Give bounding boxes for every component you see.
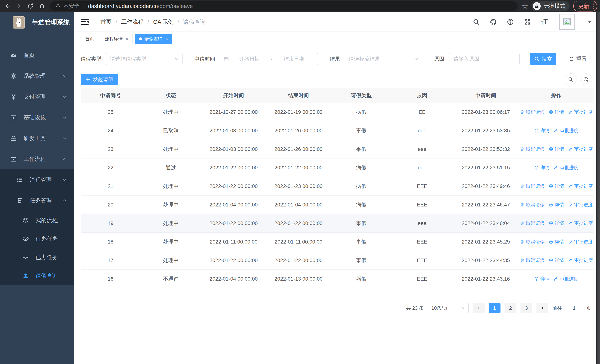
action-detail-link[interactable]: 详情 [534,276,550,282]
breadcrumb-item[interactable]: OA 示例 [153,18,174,26]
action-detail-link[interactable]: 详情 [534,128,550,134]
action-cancel-link[interactable]: 取消请假 [520,220,544,226]
progress-icon [568,202,573,207]
sidebar-item-done-task[interactable]: 已办任务 [0,248,74,267]
tab-process-detail[interactable]: 流程详情× [101,34,132,44]
header-icons: TT [472,14,592,30]
progress-icon [554,165,558,170]
sidebar-item-my-process[interactable]: 我的流程 [0,211,74,229]
action-progress-link[interactable]: 审批进度 [568,109,593,115]
cell-end: 2022-01-23 00:00:00 [266,177,331,196]
action-cancel-link[interactable]: 取消请假 [520,202,544,208]
collapse-sidebar-icon[interactable] [81,18,89,26]
action-cancel-link[interactable]: 取消请假 [520,183,544,189]
action-detail-link[interactable]: 详情 [549,183,564,189]
sidebar-item-payment[interactable]: 支付管理 [0,86,74,107]
next-page-button[interactable] [536,303,548,313]
page-button-1[interactable]: 1 [489,303,500,313]
action-progress-link[interactable]: 审批进度 [554,165,578,171]
cell-id: 19 [81,214,141,233]
action-progress-link[interactable]: 审批进度 [554,128,578,134]
sidebar-item-system[interactable]: 系统管理 [0,65,74,86]
app-header: 首页/工作流程/OA 示例/请假查询 TT [74,12,600,31]
action-cancel-link[interactable]: 取消请假 [520,146,544,152]
avatar-dropdown-caret-icon[interactable] [588,20,592,23]
breadcrumb-item[interactable]: 工作流程 [121,18,143,26]
leave-type-select[interactable]: 请选择请假类型 [106,53,183,65]
github-icon[interactable] [489,18,497,26]
window-scrollbar[interactable] [596,12,600,364]
search-icon[interactable] [472,18,480,26]
action-cancel-link[interactable]: 取消请假 [520,239,544,245]
sidebar-item-todo-task[interactable]: 待办任务 [0,229,74,248]
action-cancel-link[interactable]: 取消请假 [520,257,544,263]
page-button-3[interactable]: 3 [521,303,532,313]
action-progress-link[interactable]: 审批进度 [568,239,593,245]
cell-id: 23 [81,140,141,159]
browser-menu-icon[interactable] [593,3,594,9]
cell-reason: EEE [392,251,452,270]
action-progress-link[interactable]: 审批进度 [554,276,578,282]
address-bar[interactable]: 不安全 dashboard.yudao.iocoder.cn /bpm/oa/l… [50,1,518,11]
browser-update-button[interactable]: 更新 [573,1,597,11]
action-detail-link[interactable]: 详情 [549,146,564,152]
sidebar-item-infra[interactable]: 基础设施 [0,107,74,128]
end-date-placeholder[interactable]: 结束日期 [274,56,314,63]
action-progress-link[interactable]: 审批进度 [568,220,593,226]
chevron-down-icon [462,306,466,310]
sidebar-item-leave-query[interactable]: 请假查询 [0,267,74,285]
action-progress-link[interactable]: 审批进度 [568,146,593,152]
apply-time-range-picker[interactable]: 开始日期 - 结束日期 [220,53,318,65]
page-size-select[interactable]: 10条/页 [428,303,469,313]
goto-page-input[interactable] [566,303,582,313]
search-button[interactable]: 搜索 [530,53,556,65]
cell-actions: 取消请假详情审批进度 [519,214,593,233]
cell-start: 2021-12-27 00:00:00 [201,103,266,121]
browser-reload-button[interactable] [26,2,35,10]
bookmark-star-icon[interactable]: ☆ [522,3,528,10]
pagination: 共 23 条 10条/页 123 前往 页 [81,303,593,313]
start-date-placeholder[interactable]: 开始日期 [229,56,270,63]
close-icon[interactable]: × [126,37,128,41]
fullscreen-icon[interactable] [524,18,531,26]
action-cancel-link[interactable]: 取消请假 [520,109,544,115]
reason-input[interactable] [449,53,520,65]
sidebar-item-process-mgmt[interactable]: 流程管理 [0,169,74,190]
refresh-table-button[interactable] [580,73,592,85]
sidebar-item-task-mgmt[interactable]: 任务管理 [0,190,74,211]
avatar[interactable] [559,14,575,30]
action-progress-link[interactable]: 审批进度 [568,202,593,208]
prev-page-button[interactable] [473,303,485,313]
action-detail-link[interactable]: 详情 [549,109,564,115]
eye-icon [22,235,29,242]
column-header: 结束时间 [266,88,331,103]
sidebar-item-devtools[interactable]: 研发工具 [0,128,74,149]
font-size-icon[interactable]: TT [541,18,548,25]
action-detail-link[interactable]: 详情 [549,220,564,226]
chevron-down-icon [62,115,67,120]
sidebar-item-workflow[interactable]: 工作流程 [0,149,74,169]
tab-leave-query[interactable]: 请假查询× [135,34,172,44]
breadcrumb-item[interactable]: 首页 [100,18,112,26]
close-icon[interactable]: × [165,37,168,41]
page-button-2[interactable]: 2 [505,303,516,313]
sidebar-item-home[interactable]: 首页 [0,45,74,65]
cell-actions: 详情审批进度 [519,270,593,288]
action-detail-link[interactable]: 详情 [549,257,564,263]
action-detail-link[interactable]: 详情 [534,165,550,171]
action-detail-link[interactable]: 详情 [549,202,564,208]
action-progress-link[interactable]: 审批进度 [568,257,593,263]
cell-start: 2022-01-03 00:00:00 [201,140,266,159]
browser-forward-button[interactable] [15,2,23,10]
action-detail-link[interactable]: 详情 [549,239,564,245]
browser-back-button[interactable] [3,2,11,10]
action-progress-link[interactable]: 审批进度 [568,183,593,189]
browser-home-button[interactable] [38,2,46,10]
reset-button[interactable]: 重置 [565,53,591,65]
result-select[interactable]: 请选择流结果 [345,53,422,65]
toggle-search-button[interactable] [565,73,576,85]
help-icon[interactable] [506,18,514,26]
tab-home[interactable]: 首页 [81,34,98,44]
content: 请假类型 请选择请假类型 申请时间 开始日期 - 结束日期 结果 [74,53,600,313]
create-leave-button[interactable]: 发起请假 [81,74,118,85]
